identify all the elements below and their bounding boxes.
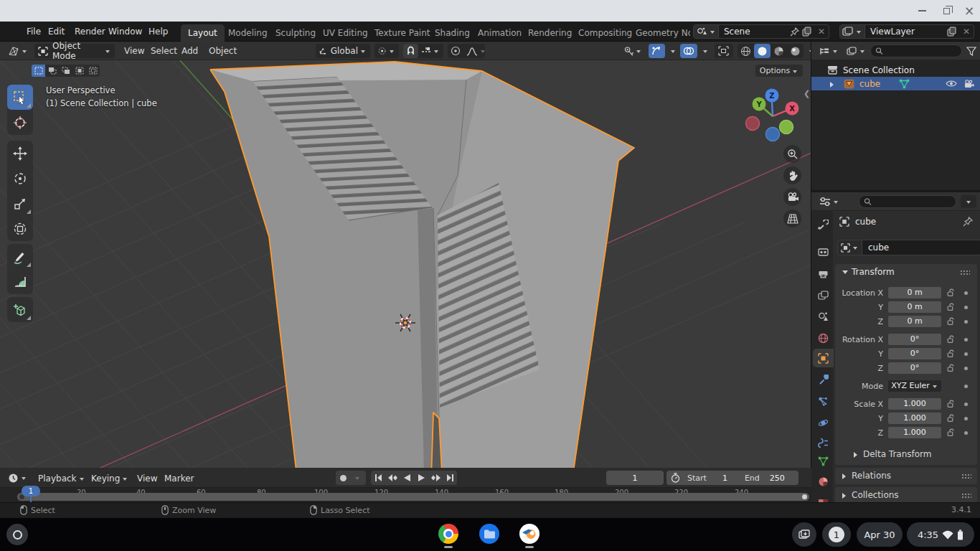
jump-to-start-button[interactable] (371, 471, 385, 485)
camera-restrict-icon[interactable] (963, 80, 974, 88)
mode-selector[interactable]: Object Mode (34, 44, 115, 58)
menu-edit[interactable]: Edit (43, 26, 70, 38)
screen-capture-tray-button[interactable] (792, 522, 816, 547)
animate-dot[interactable] (964, 417, 968, 420)
menu-object[interactable]: Object (204, 45, 242, 57)
scale-x-field[interactable]: 1.000 (888, 398, 941, 410)
rotation-mode-dropdown[interactable]: XYZ Euler (888, 380, 941, 392)
stopwatch-icon[interactable] (671, 473, 680, 483)
tool-cursor[interactable] (7, 110, 33, 135)
properties-search[interactable] (859, 195, 956, 208)
new-scene-icon[interactable] (801, 27, 812, 37)
workspace-tab-modeling[interactable]: Modeling (221, 24, 275, 42)
navigation-gizmo[interactable]: Z Y X (739, 85, 808, 154)
properties-tab-material[interactable] (813, 472, 833, 491)
scale-z-field[interactable]: 1.000 (888, 427, 941, 438)
shading-rendered-button[interactable] (787, 44, 804, 58)
animate-dot[interactable] (964, 320, 968, 324)
rotation-z-field[interactable]: 0° (888, 362, 941, 374)
staircase-model[interactable] (210, 62, 634, 468)
play-button[interactable] (414, 471, 428, 485)
remove-viewlayer-icon[interactable]: ✕ (959, 27, 974, 37)
restore-button[interactable] (937, 3, 956, 19)
lock-icon[interactable] (947, 288, 955, 297)
shading-wireframe-button[interactable] (738, 44, 754, 58)
select-mode-new-button[interactable] (32, 65, 45, 77)
timeline-menu-marker[interactable]: Marker (161, 471, 197, 486)
panel-grip[interactable] (960, 270, 970, 275)
location-x-field[interactable]: 0 m (888, 287, 941, 298)
new-viewlayer-icon[interactable] (946, 27, 957, 37)
timeline-menu-keying[interactable]: Keying (88, 471, 132, 486)
viewport-3d-scene[interactable] (0, 60, 811, 468)
pin-id-icon[interactable] (963, 217, 973, 227)
properties-tab-render[interactable] (813, 242, 833, 261)
lock-icon[interactable] (947, 364, 955, 372)
workspace-tab-layout[interactable]: Layout (181, 24, 225, 42)
minimize-button[interactable] (913, 3, 931, 19)
select-mode-subtract-button[interactable] (59, 65, 72, 77)
notification-tray-button[interactable]: 1 (822, 522, 851, 547)
select-mode-intersect-button[interactable] (86, 65, 100, 77)
camera-view-button[interactable] (783, 188, 801, 206)
sidebar-collapse-arrow[interactable]: ❮ (804, 89, 810, 98)
lock-icon[interactable] (947, 335, 955, 344)
collections-panel[interactable]: Collections (835, 487, 977, 504)
workspace-tab-sculpting[interactable]: Sculpting (268, 24, 323, 42)
animate-dot[interactable] (964, 291, 968, 295)
falloff-button[interactable] (463, 44, 489, 58)
launcher-button[interactable] (6, 524, 28, 545)
auto-key-dropdown[interactable] (350, 471, 364, 485)
tool-transform[interactable] (7, 216, 33, 241)
viewport-3d[interactable]: User Perspective (1) Scene Collection | … (0, 60, 811, 468)
panel-grip[interactable] (961, 493, 971, 498)
gizmo-x-neg-axis[interactable] (746, 117, 760, 131)
timeline-menu-view[interactable]: View (133, 471, 161, 486)
tool-scale[interactable] (7, 191, 33, 216)
pan-view-button[interactable] (783, 166, 801, 184)
properties-tab-world[interactable] (813, 329, 833, 347)
gizmo-dropdown[interactable] (665, 44, 679, 58)
properties-tab-modifiers[interactable] (813, 370, 833, 389)
toggle-ortho-button[interactable] (783, 209, 801, 227)
breadcrumb-label[interactable]: cube (855, 217, 876, 227)
blender-app-icon[interactable] (519, 524, 540, 544)
animate-dot[interactable] (964, 306, 968, 309)
animate-dot[interactable] (964, 431, 968, 435)
xray-toggle-button[interactable] (715, 44, 733, 58)
play-reverse-button[interactable] (400, 471, 414, 485)
unlink-scene-icon[interactable]: ✕ (814, 27, 829, 37)
expand-icon[interactable] (830, 82, 837, 88)
filter-funnel-icon[interactable] (966, 47, 976, 56)
workspace-tab-geometry-nodes[interactable]: Geometry Noc (628, 24, 690, 42)
playhead[interactable]: 1 (22, 486, 40, 496)
tool-add-cube[interactable] (7, 297, 33, 322)
transform-orientation-selector[interactable]: Global (316, 44, 370, 58)
jump-to-end-button[interactable] (443, 471, 457, 485)
outliner-search-input[interactable] (883, 47, 957, 56)
transform-panel-header[interactable]: Transform (842, 267, 895, 277)
lock-icon[interactable] (947, 349, 955, 358)
id-type-button[interactable] (837, 240, 862, 255)
properties-tab-particles[interactable] (813, 392, 833, 410)
scene-name[interactable]: Scene (719, 27, 790, 37)
snap-settings-button[interactable] (418, 44, 443, 58)
tool-move[interactable] (7, 141, 33, 166)
outliner-search[interactable] (870, 44, 962, 57)
current-frame-field[interactable]: 1 (606, 471, 664, 485)
properties-tab-output[interactable] (813, 264, 833, 283)
shading-material-button[interactable] (771, 44, 787, 58)
timeline-menu-playback[interactable]: Playback (34, 471, 89, 486)
auto-key-button[interactable] (336, 471, 350, 485)
files-icon[interactable] (479, 524, 499, 544)
tool-rotate[interactable] (7, 166, 33, 191)
lock-icon[interactable] (947, 414, 955, 423)
close-button[interactable]: × (960, 3, 979, 19)
rotation-x-field[interactable]: 0° (888, 334, 941, 345)
location-y-field[interactable]: 0 m (888, 301, 941, 313)
animate-dot[interactable] (964, 367, 968, 370)
viewlayer-name[interactable]: ViewLayer (865, 27, 944, 37)
chrome-icon[interactable] (438, 524, 458, 544)
properties-tab-physics[interactable] (813, 413, 833, 432)
workspace-tab-shading[interactable]: Shading (428, 24, 477, 42)
